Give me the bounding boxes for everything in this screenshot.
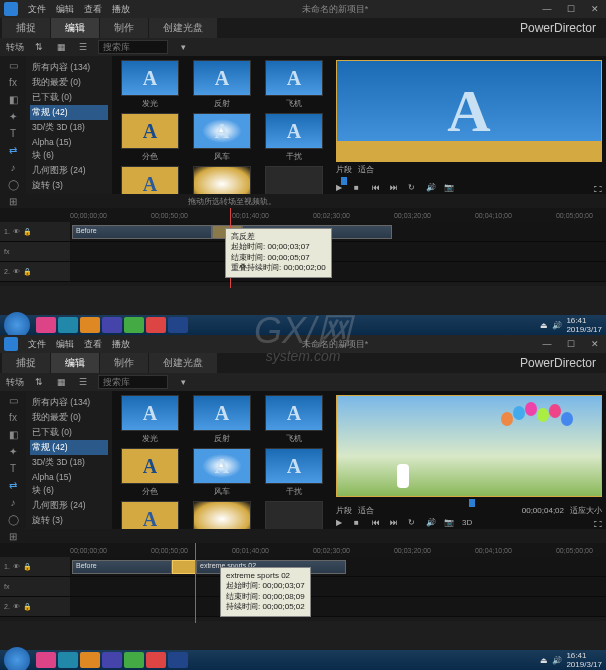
grid-icon[interactable]: ▦ xyxy=(54,40,68,54)
title-room-icon[interactable]: T xyxy=(5,128,21,139)
system-tray[interactable]: ⏏ 🔊 16:412019/3/17 xyxy=(540,316,602,334)
cat-item[interactable]: 旋转 (3) xyxy=(30,513,108,528)
next-icon[interactable]: ⏭ xyxy=(390,518,402,530)
preview-video[interactable]: A xyxy=(336,60,602,162)
clip-transition-selected[interactable] xyxy=(172,560,196,574)
transition-thumb[interactable]: A干扰 xyxy=(260,448,328,497)
preview-video[interactable] xyxy=(336,395,602,497)
media-room-icon[interactable]: ▭ xyxy=(5,395,21,406)
clip-before[interactable]: Before xyxy=(72,560,172,574)
voice-room-icon[interactable]: ◯ xyxy=(5,179,21,190)
transition-thumb[interactable]: A风车 xyxy=(188,448,256,497)
cat-item[interactable]: 擦除 (适用于黑... xyxy=(30,528,108,529)
transition-thumb[interactable]: A反射 xyxy=(188,60,256,109)
stop-icon[interactable]: ■ xyxy=(354,183,366,195)
voice-room-icon[interactable]: ◯ xyxy=(5,514,21,525)
list-icon[interactable]: ☰ xyxy=(76,40,90,54)
eye-icon[interactable]: 👁 xyxy=(13,563,20,570)
fx-lane[interactable] xyxy=(70,577,606,596)
fx-room-icon[interactable]: fx xyxy=(5,412,21,423)
taskbar-icon[interactable] xyxy=(146,652,166,668)
tab-capture[interactable]: 捕捉 xyxy=(2,353,50,373)
size-label[interactable]: 适应大小 xyxy=(570,505,602,516)
eye-icon[interactable]: 👁 xyxy=(13,603,20,610)
tab-capture[interactable]: 捕捉 xyxy=(2,18,50,38)
transition-thumb[interactable]: 绘画 xyxy=(260,501,328,529)
volume-tray-icon[interactable]: 🔊 xyxy=(552,656,562,665)
video-lane-2[interactable] xyxy=(70,597,606,616)
taskbar-icon[interactable] xyxy=(146,317,166,333)
particle-room-icon[interactable]: ✦ xyxy=(5,446,21,457)
chapter-room-icon[interactable]: ⊞ xyxy=(5,531,21,542)
tab-produce[interactable]: 制作 xyxy=(100,353,148,373)
taskbar-icon[interactable] xyxy=(102,317,122,333)
chevron-down-icon[interactable]: ▾ xyxy=(176,375,190,389)
cat-item[interactable]: 几何图形 (24) xyxy=(30,498,108,513)
3d-icon[interactable]: 3D xyxy=(462,518,474,530)
timeline-ruler[interactable]: 00;00;00;0000;00;50;0000;01;40;0000;02;3… xyxy=(0,543,606,557)
fit-label[interactable]: 适合 xyxy=(358,505,374,516)
playhead[interactable] xyxy=(195,543,196,623)
chapter-room-icon[interactable]: ⊞ xyxy=(5,196,21,207)
minimize-icon[interactable]: — xyxy=(540,337,554,351)
taskbar-icon[interactable] xyxy=(36,652,56,668)
library-mode[interactable]: 转场 xyxy=(6,41,24,54)
prev-icon[interactable]: ⏮ xyxy=(372,518,384,530)
taskbar-icon[interactable] xyxy=(58,652,78,668)
cat-item[interactable]: 已下载 (0) xyxy=(30,425,108,440)
cat-item[interactable]: Alpha (15) xyxy=(30,135,108,148)
fx-lane[interactable] xyxy=(70,242,606,261)
lock-icon[interactable]: 🔒 xyxy=(23,268,32,276)
close-icon[interactable]: ✕ xyxy=(588,337,602,351)
loop-icon[interactable]: ↻ xyxy=(408,518,420,530)
menu-view[interactable]: 查看 xyxy=(84,3,102,16)
dock-icon[interactable]: ⛶ xyxy=(594,185,602,194)
tray-icon[interactable]: ⏏ xyxy=(540,656,548,665)
cat-item[interactable]: 旋转 (3) xyxy=(30,178,108,193)
snapshot-icon[interactable]: 📷 xyxy=(444,183,456,195)
tab-edit[interactable]: 编辑 xyxy=(51,18,99,38)
library-mode[interactable]: 转场 xyxy=(6,376,24,389)
transition-thumb[interactable]: A分色 xyxy=(116,113,184,162)
video-lane-2[interactable] xyxy=(70,262,606,281)
cat-item[interactable]: 常规 (42) xyxy=(30,105,108,120)
system-tray[interactable]: ⏏ 🔊 16:412019/3/17 xyxy=(540,651,602,669)
snapshot-icon[interactable]: 📷 xyxy=(444,518,456,530)
pip-room-icon[interactable]: ◧ xyxy=(5,94,21,105)
cat-item[interactable]: 3D/类 3D (18) xyxy=(30,120,108,135)
transition-thumb[interactable]: A飞机 xyxy=(260,395,328,444)
grid-icon[interactable]: ▦ xyxy=(54,375,68,389)
video-lane[interactable]: Before extreme sports 02 xyxy=(70,222,606,241)
tab-produce[interactable]: 制作 xyxy=(100,18,148,38)
loop-icon[interactable]: ↻ xyxy=(408,183,420,195)
audio-room-icon[interactable]: ♪ xyxy=(5,497,21,508)
close-icon[interactable]: ✕ xyxy=(588,2,602,16)
taskbar-icon[interactable] xyxy=(80,652,100,668)
tray-icon[interactable]: ⏏ xyxy=(540,321,548,330)
clip-before[interactable]: Before xyxy=(72,225,212,239)
transition-thumb[interactable]: A高反差 xyxy=(116,166,184,194)
particle-room-icon[interactable]: ✦ xyxy=(5,111,21,122)
tab-disc[interactable]: 创建光盘 xyxy=(149,353,217,373)
transition-thumb[interactable]: A发光 xyxy=(116,60,184,109)
minimize-icon[interactable]: — xyxy=(540,2,554,16)
lock-icon[interactable]: 🔒 xyxy=(23,228,32,236)
eye-icon[interactable]: 👁 xyxy=(13,228,20,235)
lock-icon[interactable]: 🔒 xyxy=(23,603,32,611)
cat-item[interactable]: 块 (6) xyxy=(30,148,108,163)
video-lane[interactable]: Before extreme sports 02 xyxy=(70,557,606,576)
menu-file[interactable]: 文件 xyxy=(28,3,46,16)
taskbar-icon[interactable] xyxy=(80,317,100,333)
menu-view[interactable]: 查看 xyxy=(84,338,102,351)
title-room-icon[interactable]: T xyxy=(5,463,21,474)
next-icon[interactable]: ⏭ xyxy=(390,183,402,195)
fx-room-icon[interactable]: fx xyxy=(5,77,21,88)
taskbar-icon[interactable] xyxy=(124,317,144,333)
lock-icon[interactable]: 🔒 xyxy=(23,563,32,571)
timeline-ruler[interactable]: 00;00;00;0000;00;50;0000;01;40;0000;02;3… xyxy=(0,208,606,222)
transition-thumb[interactable]: A反射 xyxy=(188,395,256,444)
cat-item[interactable]: 我的最爱 (0) xyxy=(30,410,108,425)
start-button[interactable] xyxy=(4,647,30,670)
menu-edit[interactable]: 编辑 xyxy=(56,3,74,16)
transition-room-icon[interactable]: ⇄ xyxy=(5,480,21,491)
